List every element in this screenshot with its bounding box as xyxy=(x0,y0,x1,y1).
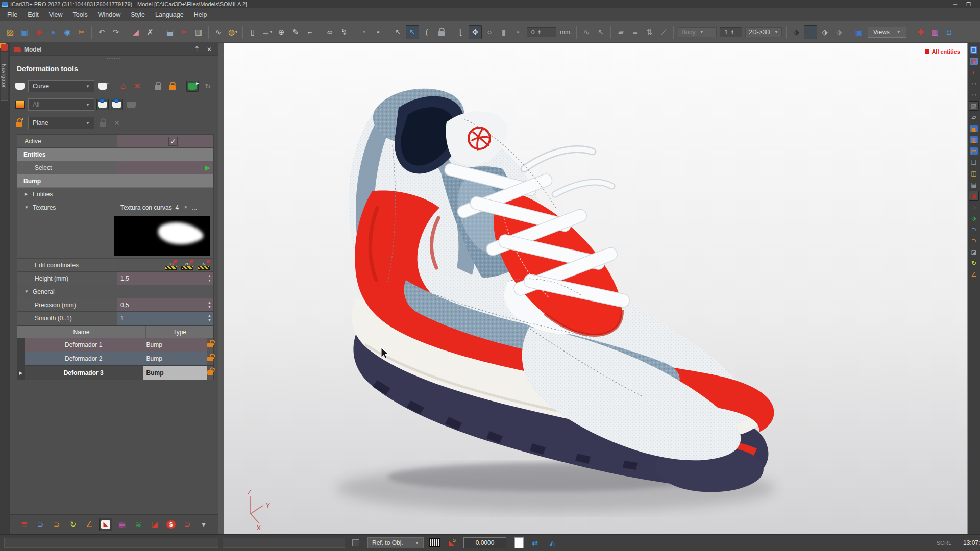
heel-orange-icon[interactable]: ∠ xyxy=(969,269,979,279)
select-cursor-icon[interactable]: ↖ xyxy=(391,25,405,39)
last-bottom-icon[interactable]: ▱ xyxy=(969,112,979,122)
panel-grip[interactable]: •••••• xyxy=(10,56,218,62)
height-input[interactable]: 1,5 ▲▼ xyxy=(117,272,213,285)
gray-curve-icon[interactable]: ∿ xyxy=(580,25,593,39)
coords-2d-icon[interactable]: 2D xyxy=(181,261,194,270)
last-side-icon[interactable]: ▱ xyxy=(969,90,979,99)
shoe-pocket-icon[interactable]: ◣ xyxy=(99,518,112,531)
undo-icon[interactable]: ↶ xyxy=(95,25,108,39)
shoe-pair-shaded-icon[interactable]: ⬗ xyxy=(804,25,817,39)
new-light-icon[interactable]: ◍▾ xyxy=(226,25,239,39)
menu-edit[interactable]: Edit xyxy=(22,9,44,20)
link-icon[interactable]: ∞ xyxy=(323,25,336,39)
smooth-input[interactable]: 1 ▲▼ xyxy=(117,312,213,325)
filter-select[interactable]: All▼ xyxy=(28,98,94,111)
precision-input[interactable]: 0,5 ▲▼ xyxy=(117,298,213,311)
half-view-icon[interactable]: ◐ xyxy=(969,67,979,77)
rotate-circle-icon[interactable]: ↻ xyxy=(66,518,80,531)
menu-style[interactable]: Style xyxy=(126,9,150,20)
dimension-icon[interactable]: ↔▾ xyxy=(260,25,274,39)
pattern-window-icon[interactable]: ▦ xyxy=(969,56,979,66)
mouse-settings-icon[interactable]: ◭ xyxy=(546,537,558,548)
show-edit-pocket-icon[interactable] xyxy=(111,99,123,110)
table-row[interactable]: Deformador 2 Bump xyxy=(17,352,213,366)
ruler-icon[interactable]: ▯ xyxy=(246,25,259,39)
shoe-pair-dark-icon[interactable]: ⬗ xyxy=(790,25,803,39)
window-lock-icon[interactable]: ▤ xyxy=(969,146,979,156)
move-icon[interactable]: ✥ xyxy=(469,25,482,39)
color-swatch[interactable] xyxy=(514,537,524,548)
add-pocket-icon[interactable]: + xyxy=(14,81,26,92)
paste-icon[interactable]: ▥ xyxy=(192,25,205,39)
last-top-icon[interactable]: ▱ xyxy=(969,79,979,88)
open-icon[interactable]: ▨ xyxy=(4,25,17,39)
reference-mode-select[interactable]: Ref. to Obj.▼ xyxy=(368,537,424,548)
pin-icon[interactable]: ⍑ xyxy=(195,46,199,53)
style-scissors-icon[interactable]: ✂ xyxy=(75,25,88,39)
unlock-icon[interactable] xyxy=(207,343,213,347)
menu-help[interactable]: Help xyxy=(189,9,212,20)
coords-curve-icon[interactable]: ∿ xyxy=(197,261,210,270)
lock-tool-icon[interactable] xyxy=(434,25,448,39)
mode-2d3d-select[interactable]: 2D->3D▼ xyxy=(745,27,782,37)
coordinate-field[interactable]: 0.0000 xyxy=(463,537,506,548)
delete-all-icon[interactable]: ✕ xyxy=(131,81,143,92)
offset-input[interactable]: 0▲▼ xyxy=(527,27,556,37)
textures-more-button[interactable]: ... xyxy=(192,204,197,211)
price-sphere-icon[interactable]: $ xyxy=(164,518,178,531)
active-checkbox[interactable]: ✓ xyxy=(168,137,178,146)
corner-icon[interactable]: ⌊ xyxy=(454,25,468,39)
close-icon[interactable]: ✕ xyxy=(207,46,212,53)
status-checkbox[interactable] xyxy=(352,539,359,546)
show-pocket-icon[interactable] xyxy=(96,99,109,110)
plane-select[interactable]: Plane▼ xyxy=(28,117,94,129)
sole-orange-side-icon[interactable]: ⊃ xyxy=(969,236,979,245)
arc-icon[interactable]: ⌐ xyxy=(303,25,316,39)
save-icon[interactable]: ▣ xyxy=(18,25,31,39)
sync-icon[interactable]: ⇄ xyxy=(529,537,541,548)
minimize-button[interactable]: ─ xyxy=(953,2,957,7)
unlock-icon[interactable] xyxy=(207,357,213,361)
bump-entities-row[interactable]: ▶Entities xyxy=(17,188,213,201)
lock-orange-icon[interactable] xyxy=(166,81,178,92)
menu-tools[interactable]: Tools xyxy=(68,9,93,20)
layer-number-input[interactable]: 1▲▼ xyxy=(720,27,742,37)
ghost-pocket-icon[interactable] xyxy=(125,99,137,110)
select-cursor-active-icon[interactable]: ↖ xyxy=(406,25,419,39)
rect-tool-icon[interactable]: ▮ xyxy=(497,25,510,39)
layered-shoe-icon[interactable]: ≋ xyxy=(132,518,145,531)
menu-language[interactable]: Language xyxy=(150,9,189,20)
comment-add-icon[interactable]: ❑ xyxy=(969,157,979,167)
magnet-icon[interactable]: ⊃ xyxy=(181,518,194,531)
textures-label[interactable]: ▼Textures xyxy=(17,201,117,214)
wedge-icon[interactable]: ◪ xyxy=(148,518,161,531)
general-row[interactable]: ▼General xyxy=(17,285,213,298)
pan-hand-icon[interactable]: ● xyxy=(46,25,60,39)
monitor-icon[interactable]: ▣ xyxy=(852,25,866,39)
circle-tool-icon[interactable]: ○ xyxy=(483,25,496,39)
wand-icon[interactable]: ↯ xyxy=(337,25,351,39)
plane-unlock-icon[interactable] xyxy=(96,117,109,129)
all-entities-label[interactable]: All entities xyxy=(925,48,960,55)
deformer-list-icon[interactable]: ≣ xyxy=(17,518,31,531)
unlock-icon[interactable] xyxy=(207,370,213,375)
sole-blue-icon[interactable]: ⊃ xyxy=(34,518,47,531)
arc-select-icon[interactable]: ( xyxy=(420,25,433,39)
plane-lock-icon[interactable]: + xyxy=(14,117,26,129)
small-rect-icon[interactable]: ▪ xyxy=(511,25,525,39)
plane-clear-icon[interactable]: ✕ xyxy=(111,117,123,129)
gradient-swatch-icon[interactable] xyxy=(14,99,26,110)
import-model-icon[interactable]: ◆ xyxy=(32,25,45,39)
chart-lock-icon[interactable]: ▥ xyxy=(969,135,979,144)
redo-icon[interactable]: ↷ xyxy=(109,25,122,39)
piece-icon[interactable]: ▰ xyxy=(614,25,627,39)
locked-window-icon[interactable]: ▣ xyxy=(969,123,979,133)
select-label[interactable]: Select xyxy=(17,161,117,174)
views-button[interactable]: Views▼ xyxy=(868,27,906,38)
eraser-icon[interactable]: ◢ xyxy=(129,25,142,39)
zoom-icon[interactable]: ◉ xyxy=(61,25,74,39)
shoe-pair-ghost-icon[interactable]: ⬗ xyxy=(832,25,846,39)
table-row[interactable]: Deformador 1 Bump xyxy=(17,338,213,352)
shoe-green-icon[interactable]: ⬗ xyxy=(969,213,979,223)
rotate-yellow-icon[interactable]: ↻ xyxy=(969,258,979,268)
